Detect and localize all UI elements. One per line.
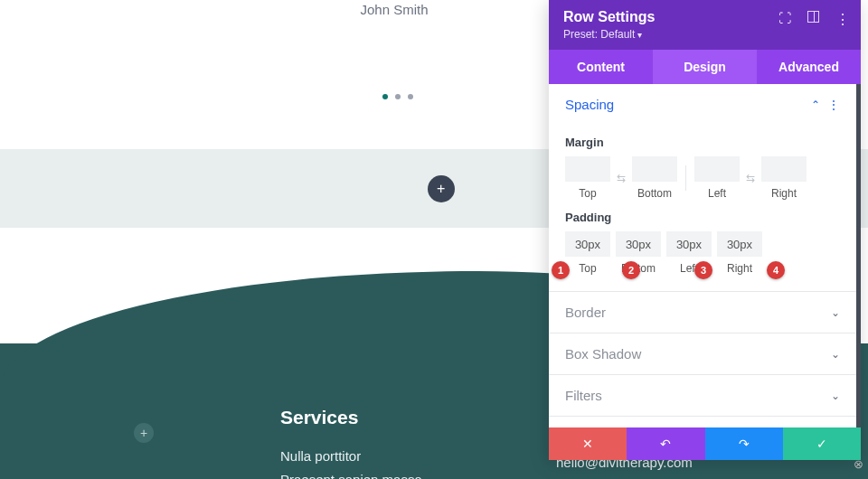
services-item-2[interactable]: Praesent sapien massa <box>280 468 422 480</box>
margin-bottom-input[interactable] <box>632 156 677 182</box>
filters-title: Filters <box>565 388 602 403</box>
margin-right-input[interactable] <box>761 156 807 182</box>
expand-icon[interactable]: ⛶ <box>778 11 791 28</box>
tab-design[interactable]: Design <box>653 50 757 84</box>
panel-body[interactable]: Spacing ⌃ ⋮ Margin Top ⇆ <box>549 84 861 427</box>
divider <box>685 165 686 191</box>
spacing-title: Spacing <box>565 97 614 112</box>
label-left: Left <box>708 187 726 200</box>
chevron-down-icon[interactable]: ⌄ <box>831 348 840 361</box>
more-icon[interactable] <box>835 11 850 28</box>
cancel-button[interactable]: ✕ <box>549 427 627 460</box>
tab-content[interactable]: Content <box>549 50 653 84</box>
chevron-down-icon[interactable]: ⌄ <box>831 390 840 402</box>
author-name: John Smith <box>360 2 428 17</box>
preset-dropdown[interactable]: Preset: Default <box>563 28 846 41</box>
box-shadow-title: Box Shadow <box>565 346 641 362</box>
padding-right-input[interactable] <box>717 231 762 257</box>
add-section-button[interactable]: + <box>428 175 455 202</box>
save-button[interactable]: ✓ <box>783 427 861 460</box>
border-title: Border <box>565 305 606 320</box>
margin-top-input[interactable] <box>565 156 610 182</box>
services-heading: Services <box>280 407 422 428</box>
label-right: Right <box>771 187 797 200</box>
padding-label: Padding <box>565 211 840 224</box>
link-icon[interactable]: ⇆ <box>616 172 627 184</box>
section-border: Border ⌄ <box>549 292 856 333</box>
margin-left-input[interactable] <box>694 156 740 182</box>
margin-label: Margin <box>565 136 840 149</box>
row-settings-panel: Row Settings Preset: Default ⛶ Content D… <box>549 0 861 460</box>
dot-2[interactable] <box>395 94 401 99</box>
panel-footer: ✕ ↶ ↷ ✓ <box>549 427 861 460</box>
callout-1: 1 <box>552 261 570 279</box>
label-bottom: Bottom <box>637 187 672 200</box>
label-right: Right <box>727 262 752 275</box>
tab-advanced[interactable]: Advanced <box>757 50 861 84</box>
callout-3: 3 <box>694 261 712 279</box>
filters-header[interactable]: Filters ⌄ <box>549 375 856 416</box>
section-box-shadow: Box Shadow ⌄ <box>549 333 856 375</box>
carousel-dots[interactable] <box>382 94 413 99</box>
chevron-down-icon[interactable]: ⌄ <box>831 306 840 319</box>
panel-tabs: Content Design Advanced <box>549 50 861 84</box>
label-top: Top <box>579 262 596 275</box>
margin-inputs: Top ⇆ Bottom Left <box>565 156 840 200</box>
columns-icon[interactable] <box>807 11 819 28</box>
padding-top-input[interactable] <box>565 231 610 257</box>
callout-2: 2 <box>622 261 640 279</box>
link-icon[interactable]: ⇆ <box>745 172 756 184</box>
services-block: Services Nulla porttitor Praesent sapien… <box>280 407 422 479</box>
services-item-1[interactable]: Nulla porttitor <box>280 445 422 468</box>
box-shadow-header[interactable]: Box Shadow ⌄ <box>549 333 856 374</box>
section-more-icon[interactable]: ⋮ <box>827 98 840 112</box>
undo-button[interactable]: ↶ <box>627 427 704 460</box>
chevron-up-icon[interactable]: ⌃ <box>811 99 820 111</box>
spacing-header[interactable]: Spacing ⌃ ⋮ <box>549 84 856 125</box>
padding-bottom-input[interactable] <box>616 231 661 257</box>
dot-1[interactable] <box>382 94 388 99</box>
section-filters: Filters ⌄ <box>549 375 856 417</box>
add-module-button[interactable]: + <box>134 423 154 443</box>
callout-4: 4 <box>767 261 785 279</box>
padding-left-input[interactable] <box>666 231 712 257</box>
dot-3[interactable] <box>408 94 413 99</box>
panel-header[interactable]: Row Settings Preset: Default ⛶ <box>549 0 861 50</box>
redo-button[interactable]: ↷ <box>705 427 783 460</box>
border-header[interactable]: Border ⌄ <box>549 292 856 333</box>
label-top: Top <box>579 187 596 200</box>
